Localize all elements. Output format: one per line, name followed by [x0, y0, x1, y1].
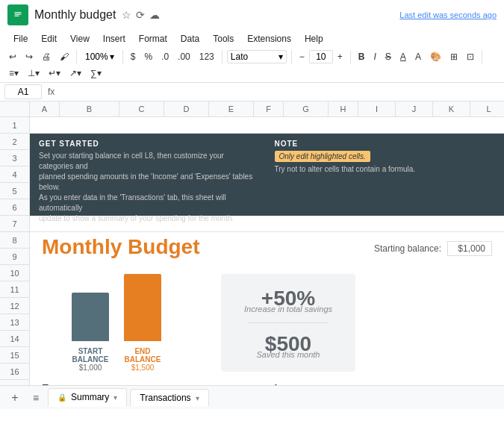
row-5[interactable]: 5 [0, 183, 30, 199]
underline-button[interactable]: A [397, 50, 409, 63]
separator-6 [482, 50, 482, 63]
chart-section: START BALANCE $1,000 END BALANCE $1,500 [30, 274, 504, 372]
row-7[interactable]: 7 [0, 216, 30, 232]
strikethrough-button[interactable]: S [382, 50, 394, 63]
row-1-cells [30, 117, 504, 134]
menu-extensions[interactable]: Extensions [241, 31, 297, 46]
col-header-C[interactable]: C [119, 102, 164, 116]
row-16[interactable]: 16 [0, 364, 30, 380]
note-subtext: Try not to alter cells that contain a fo… [275, 165, 496, 173]
star-icon[interactable]: ☆ [122, 9, 131, 21]
sheet-grid: GET STARTED Set your starting balance in… [30, 117, 504, 385]
row-9[interactable]: 9 [0, 249, 30, 265]
note-title: NOTE [275, 140, 496, 148]
cloud-icon[interactable]: ☁ [149, 9, 160, 21]
transactions-tab-arrow: ▾ [196, 394, 199, 402]
bar-chart [42, 274, 206, 341]
font-selector[interactable]: Lato ▾ [227, 50, 287, 63]
rotate-button[interactable]: ↗▾ [66, 66, 84, 80]
row-3[interactable]: 3 [0, 150, 30, 166]
add-sheet-button[interactable]: + [6, 389, 24, 407]
column-header-row: A B C D E F G H I J K L M [0, 102, 504, 117]
app-icon [7, 4, 28, 25]
summary-tab-arrow: ▾ [113, 393, 117, 402]
menu-help[interactable]: Help [299, 31, 329, 46]
col-header-K[interactable]: K [433, 102, 470, 116]
col-header-A[interactable]: A [30, 102, 60, 116]
transactions-tab[interactable]: Transactions ▾ [130, 389, 208, 406]
row-12[interactable]: 12 [0, 298, 30, 314]
row-15[interactable]: 15 [0, 347, 30, 364]
col-header-L[interactable]: L [470, 102, 504, 116]
col-header-G[interactable]: G [284, 102, 329, 116]
row-11[interactable]: 11 [0, 281, 30, 298]
sheet-menu-button[interactable]: ≡ [27, 389, 45, 407]
expenses-title: Expenses [42, 382, 260, 385]
formula-input[interactable] [60, 87, 500, 97]
menu-edit[interactable]: Edit [35, 31, 63, 46]
starting-balance-value[interactable]: $1,000 [447, 241, 492, 256]
start-bar-label-group: START BALANCE $1,000 [72, 344, 109, 372]
col-header-F[interactable]: F [254, 102, 284, 116]
col-header-D[interactable]: D [164, 102, 209, 116]
row-2[interactable]: 2 [0, 134, 30, 150]
row-8[interactable]: 8 [0, 232, 30, 249]
bold-button[interactable]: B [355, 50, 368, 63]
currency-button[interactable]: $ [128, 50, 139, 63]
valign-button[interactable]: ⊥▾ [25, 66, 43, 80]
paint-format-button[interactable]: 🖌 [57, 50, 72, 63]
bottom-tabs: + ≡ 🔒 Summary ▾ Transactions ▾ [0, 385, 504, 409]
cell-reference[interactable]: A1 [4, 84, 42, 99]
col-header-J[interactable]: J [396, 102, 433, 116]
col-header-B[interactable]: B [60, 102, 119, 116]
start-balance-bar-item [72, 293, 109, 341]
percent-button[interactable]: % [141, 50, 155, 63]
menu-tools[interactable]: Tools [207, 31, 240, 46]
borders-button[interactable]: ⊞ [447, 50, 461, 63]
col-header-E[interactable]: E [209, 102, 254, 116]
italic-button[interactable]: I [371, 50, 379, 63]
decimal-zero-button[interactable]: .0 [158, 50, 172, 63]
toolbar: ↩ ↪ 🖨 🖌 100% ▾ $ % .0 .00 123 Lato ▾ − 1… [0, 48, 504, 83]
row-10[interactable]: 10 [0, 265, 30, 281]
menu-file[interactable]: File [7, 31, 34, 46]
col-header-H[interactable]: H [329, 102, 358, 116]
history-icon[interactable]: ⟳ [136, 9, 145, 21]
last-edit[interactable]: Last edit was seconds ago [399, 10, 497, 19]
row-17[interactable]: 17 [0, 380, 30, 385]
menu-data[interactable]: Data [175, 31, 205, 46]
format-number-button[interactable]: 123 [196, 50, 217, 63]
decimal-two-button[interactable]: .00 [175, 50, 193, 63]
starting-balance: Starting balance: $1,000 [374, 241, 492, 256]
row-6[interactable]: 6 [0, 199, 30, 216]
text-color-button[interactable]: A [412, 50, 424, 63]
menu-insert[interactable]: Insert [97, 31, 131, 46]
menu-format[interactable]: Format [133, 31, 173, 46]
tables-section: Expenses Planned $950 Actual $1,000 [30, 379, 504, 385]
decrease-font-button[interactable]: − [296, 50, 308, 63]
row-1[interactable]: 1 [0, 117, 30, 134]
row-4[interactable]: 4 [0, 166, 30, 183]
chevron-down-icon: ▾ [110, 52, 114, 62]
align-button[interactable]: ≡▾ [6, 66, 22, 80]
col-header-I[interactable]: I [358, 102, 396, 116]
start-balance-bar [72, 293, 109, 341]
zoom-selector[interactable]: 100% ▾ [81, 50, 118, 63]
income-table: Income Planned $1,450 Actual $1,500 [275, 382, 493, 385]
merge-button[interactable]: ⊡ [464, 50, 477, 63]
summary-tab[interactable]: 🔒 Summary ▾ [48, 388, 127, 407]
fill-color-button[interactable]: 🎨 [427, 50, 444, 63]
menu-view[interactable]: View [64, 31, 96, 46]
undo-button[interactable]: ↩ [6, 50, 19, 63]
functions-button[interactable]: ∑▾ [87, 66, 105, 80]
wrap-button[interactable]: ↵▾ [46, 66, 63, 80]
title-bar: Monthly budget ☆ ⟳ ☁ Last edit was secon… [0, 0, 504, 30]
increase-font-button[interactable]: + [335, 50, 346, 63]
font-size-input[interactable]: 10 [309, 50, 333, 63]
redo-button[interactable]: ↪ [22, 50, 36, 63]
row-14[interactable]: 14 [0, 331, 30, 347]
print-button[interactable]: 🖨 [39, 50, 54, 63]
row-13[interactable]: 13 [0, 314, 30, 331]
end-bar-value: $1,500 [124, 364, 161, 372]
summary-tab-label: Summary [71, 392, 109, 402]
